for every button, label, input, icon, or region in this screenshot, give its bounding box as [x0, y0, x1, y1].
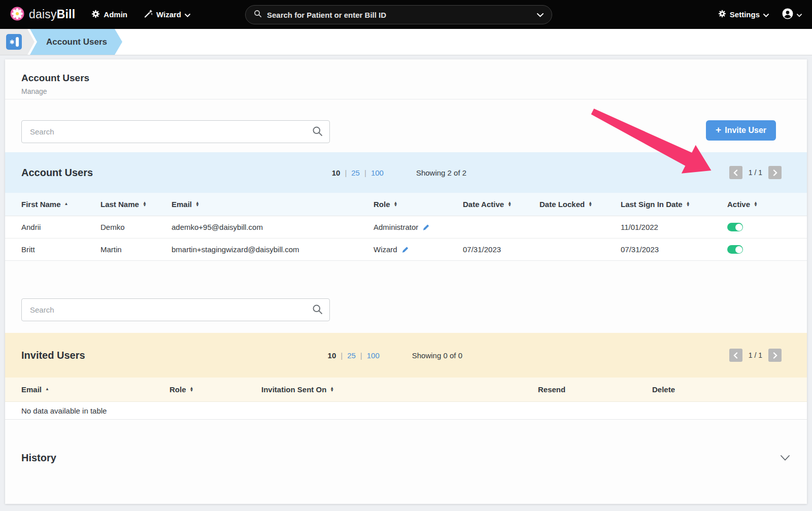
invited-users-per-page: 10 | 25 | 100	[328, 351, 380, 360]
account-users-showing: Showing 2 of 2	[416, 168, 466, 177]
sort-icon: ▲▼	[190, 387, 194, 392]
chevron-down-icon	[185, 10, 190, 19]
daisy-flower-icon	[10, 7, 24, 23]
cell-last-sign-in-date: 11/01/2022	[621, 223, 727, 231]
search-icon	[312, 126, 323, 139]
column-first-name[interactable]: First Name▲	[21, 200, 100, 209]
cell-email: ademko+95@daisybill.com	[172, 223, 374, 231]
invited-users-empty-message: No data available in table	[5, 402, 807, 420]
cell-last-sign-in-date: 07/31/2023	[621, 245, 727, 254]
account-users-search	[21, 120, 330, 143]
top-navbar: daisyBill Admin	[0, 0, 812, 29]
breadcrumb-home[interactable]: ✱	[0, 29, 35, 55]
column-active[interactable]: Active▲▼	[727, 200, 791, 209]
sort-ascending-icon: ▲	[45, 388, 49, 391]
history-section[interactable]: History	[5, 420, 807, 464]
nav-admin-label: Admin	[104, 10, 127, 19]
sort-icon: ▲▼	[754, 202, 758, 207]
cell-last-name: Demko	[100, 223, 172, 231]
cell-last-name: Martin	[100, 245, 172, 254]
page-subtitle: Manage	[21, 87, 791, 95]
wand-icon	[144, 9, 153, 20]
invite-user-label: Invite User	[725, 126, 766, 135]
column-date-locked[interactable]: Date Locked▲▼	[539, 200, 621, 209]
page-header: Account Users Manage	[5, 59, 807, 99]
edit-role-icon[interactable]	[422, 224, 429, 231]
sort-icon: ▲▼	[143, 202, 147, 207]
column-last-name[interactable]: Last Name▲▼	[100, 200, 172, 209]
column-delete: Delete	[652, 385, 791, 394]
per-page-100[interactable]: 100	[371, 168, 384, 177]
cell-email: bmartin+stagingwizard@daisybill.com	[172, 245, 374, 254]
page-indicator: 1 / 1	[749, 168, 762, 177]
global-search	[245, 5, 552, 24]
invited-users-table-header: Email▲ Role▲▼ Invitation Sent On▲▼ Resen…	[5, 378, 807, 402]
nav-account-menu[interactable]	[782, 8, 802, 21]
invited-users-pager: 1 / 1	[729, 349, 782, 362]
history-title: History	[21, 452, 56, 464]
column-role[interactable]: Role▲▼	[374, 200, 463, 209]
chevron-down-icon[interactable]	[781, 454, 790, 463]
next-page-button[interactable]	[768, 349, 782, 362]
nav-admin[interactable]: Admin	[91, 10, 127, 20]
prev-page-button[interactable]	[729, 166, 742, 179]
invited-users-search-input[interactable]	[21, 298, 330, 321]
account-users-per-page: 10 | 25 | 100	[332, 168, 384, 177]
chevron-down-icon	[763, 10, 769, 19]
cell-first-name: Andrii	[21, 223, 100, 231]
invited-users-toolbar	[5, 261, 807, 333]
cell-role: Wizard	[374, 245, 463, 254]
chevron-down-icon[interactable]	[537, 10, 544, 19]
per-page-25[interactable]: 25	[347, 351, 356, 360]
breadcrumb-current[interactable]: Account Users	[30, 29, 122, 55]
gear-icon	[91, 10, 100, 20]
per-page-25[interactable]: 25	[351, 168, 360, 177]
account-users-toolbar: + Invite User	[5, 99, 807, 152]
per-page-10[interactable]: 10	[328, 351, 336, 360]
nav-settings[interactable]: Settings	[718, 10, 769, 19]
column-email[interactable]: Email▲	[21, 385, 170, 394]
per-page-100[interactable]: 100	[367, 351, 380, 360]
nav-settings-label: Settings	[730, 10, 760, 19]
prev-page-button[interactable]	[729, 349, 742, 362]
edit-role-icon[interactable]	[401, 246, 409, 253]
navbar-right: Settings	[718, 0, 802, 29]
search-icon	[312, 304, 323, 317]
active-toggle-on[interactable]	[727, 223, 743, 231]
account-users-search-input[interactable]	[21, 120, 330, 143]
per-page-10[interactable]: 10	[332, 168, 341, 177]
main-card: Account Users Manage + Invite User Accou…	[5, 59, 807, 504]
account-users-pager: 1 / 1	[729, 166, 782, 179]
page-indicator: 1 / 1	[749, 351, 762, 359]
daisybill-app-icon: ✱	[6, 34, 22, 50]
sort-icon: ▲▼	[195, 202, 199, 207]
next-page-button[interactable]	[768, 166, 782, 179]
cell-role: Administrator	[374, 223, 463, 231]
plus-icon: +	[716, 124, 721, 135]
column-date-active[interactable]: Date Active▲▼	[463, 200, 539, 209]
sort-icon: ▲▼	[507, 202, 512, 207]
sort-icon: ▲▼	[686, 202, 690, 207]
invite-user-button[interactable]: + Invite User	[706, 120, 776, 141]
gear-icon	[718, 10, 726, 19]
nav-wizard[interactable]: Wizard	[144, 9, 190, 20]
column-last-sign-in-date[interactable]: Last Sign In Date▲▼	[621, 200, 727, 209]
chevron-down-icon	[797, 10, 802, 19]
sort-ascending-icon: ▲	[64, 203, 69, 206]
global-search-input[interactable]	[267, 11, 537, 19]
user-circle-icon	[782, 8, 793, 21]
invited-users-search	[21, 298, 330, 321]
page-title: Account Users	[21, 73, 791, 84]
column-role[interactable]: Role▲▼	[170, 385, 261, 394]
column-invitation-sent-on[interactable]: Invitation Sent On▲▼	[261, 385, 538, 394]
nav-wizard-label: Wizard	[156, 10, 181, 19]
cell-active	[727, 223, 791, 231]
active-toggle-on[interactable]	[727, 245, 743, 254]
sort-icon: ▲▼	[330, 387, 334, 392]
breadcrumb: ✱ Account Users	[0, 29, 812, 55]
daisybill-logo[interactable]: daisyBill	[10, 7, 75, 23]
account-users-section-title: Account Users	[21, 167, 93, 179]
cell-date-active: 07/31/2023	[463, 245, 539, 254]
column-email[interactable]: Email▲▼	[172, 200, 374, 209]
invited-users-showing: Showing 0 of 0	[412, 351, 462, 360]
